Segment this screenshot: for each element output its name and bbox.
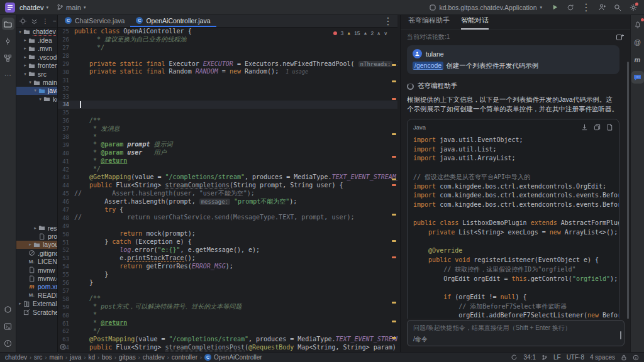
chevron-down-icon[interactable]: ▾ xyxy=(38,97,43,102)
chat-area[interactable]: tulane /gencode创建一个列表控件开发代码示例 苍穹编程助手 根据提… xyxy=(401,44,631,319)
tree-item-java[interactable]: ▾java xyxy=(16,87,57,95)
tree-item--mvn[interactable]: ▸.mvn xyxy=(16,45,57,53)
branch-selector[interactable]: main ▾ xyxy=(57,4,86,11)
tree-item--gitignore[interactable]: .gitignore xyxy=(16,249,57,257)
caret-position[interactable]: 34:1 xyxy=(523,354,535,361)
tree-item-layout[interactable]: ▸layout xyxy=(16,241,57,249)
editor-line-34[interactable]: 34 xyxy=(58,101,397,109)
rerun-button[interactable] xyxy=(565,2,576,13)
indent-style[interactable]: 4 spaces xyxy=(590,354,615,361)
editor-line-49[interactable]: 49 xyxy=(58,222,397,230)
maven-tool-icon[interactable]: m xyxy=(631,53,644,66)
insert-code-icon[interactable] xyxy=(581,124,588,131)
editor-line-35[interactable]: 35 xyxy=(58,109,397,117)
editor-line-28[interactable]: 28 xyxy=(58,52,397,60)
line-number[interactable]: 41 xyxy=(58,158,74,165)
new-file-icon[interactable] xyxy=(606,124,613,131)
editor-line-33[interactable]: 33 xyxy=(58,92,397,101)
line-number[interactable]: 34 xyxy=(58,101,74,107)
line-separator[interactable]: LF xyxy=(553,354,561,361)
breadcrumb-item[interactable]: main xyxy=(49,354,63,361)
structure-tool-icon[interactable] xyxy=(2,52,14,64)
tab-assistant-home[interactable]: 苍穹编程助手 xyxy=(408,16,450,30)
editor-line-57[interactable]: 57 xyxy=(58,287,397,295)
copy-code-icon[interactable] xyxy=(594,124,601,131)
editor-line-55[interactable]: 55 } xyxy=(58,271,397,279)
tree-item-main[interactable]: ▾main xyxy=(16,78,57,86)
ai-mentions-icon[interactable]: @ xyxy=(631,36,644,48)
error-stripe-mark[interactable] xyxy=(392,178,396,180)
search-icon[interactable] xyxy=(612,2,623,13)
editor-line-54[interactable]: 54 return getErrorRes(ERROR_MSG); xyxy=(58,263,397,271)
editor-line-60[interactable]: 60 * xyxy=(58,311,397,319)
line-number[interactable]: 45 xyxy=(58,190,74,197)
error-stripe[interactable] xyxy=(390,28,397,352)
build-tool-icon[interactable] xyxy=(2,303,14,315)
line-number[interactable]: 29 xyxy=(58,61,74,67)
editor-line-29[interactable]: 29 private static final Executor EXECUTO… xyxy=(58,60,397,69)
editor-line-64[interactable]: 64 public Flux<String> streamCompletions… xyxy=(58,344,397,352)
tab-list-menu-icon[interactable]: ⋮ xyxy=(379,15,397,27)
error-stripe-mark[interactable] xyxy=(392,64,396,66)
line-number[interactable]: 53 xyxy=(58,255,74,261)
chevron-down-icon[interactable]: ▾ xyxy=(23,72,28,77)
line-number[interactable]: 37 xyxy=(58,126,74,132)
line-number[interactable]: 59 xyxy=(58,304,74,310)
chevron-down-icon[interactable]: ▾ xyxy=(33,88,38,93)
chevron-down-icon[interactable]: ▾ xyxy=(28,80,33,85)
tree-item-resources[interactable]: ▸resources xyxy=(16,224,57,232)
prev-problem-icon[interactable]: ∧ xyxy=(377,31,380,36)
project-tool-icon[interactable] xyxy=(2,18,14,30)
chevron-down-icon[interactable]: ▾ xyxy=(18,30,23,35)
breadcrumb-item[interactable]: bos xyxy=(102,354,112,361)
tab-chatservice[interactable]: C ChatService.java xyxy=(59,15,130,27)
editor-line-51[interactable]: 51 } catch (Exception e) { xyxy=(58,238,397,246)
chevron-right-icon[interactable]: ▸ xyxy=(23,55,28,60)
info-icon[interactable] xyxy=(633,354,639,361)
line-number[interactable]: 27 xyxy=(58,45,74,51)
chevron-right-icon[interactable]: ▸ xyxy=(33,226,38,231)
file-encoding[interactable]: UTF-8 xyxy=(567,354,584,361)
line-number[interactable]: 38 xyxy=(58,134,74,140)
lock-icon[interactable] xyxy=(621,354,627,361)
tree-item-mvnw[interactable]: mvnw xyxy=(16,266,57,274)
line-number[interactable]: 33 xyxy=(58,94,74,100)
editor-line-56[interactable]: 56 } xyxy=(58,279,397,287)
line-number[interactable]: 25 xyxy=(58,28,74,35)
error-stripe-mark[interactable] xyxy=(392,302,396,304)
more-tools-icon[interactable]: ⋯ xyxy=(2,69,14,81)
line-number[interactable]: 50 xyxy=(58,231,74,238)
error-stripe-mark[interactable] xyxy=(392,80,396,82)
settings-icon[interactable] xyxy=(628,2,639,13)
breadcrumb-item[interactable]: OpenAiController xyxy=(214,354,262,361)
project-selector[interactable]: chatdev ▾ xyxy=(19,4,48,11)
line-number[interactable]: 44 xyxy=(58,182,74,189)
line-number[interactable]: 40 xyxy=(58,150,74,156)
editor-line-37[interactable]: 37 * 发消息 xyxy=(58,125,397,133)
line-number[interactable]: 31 xyxy=(58,77,74,84)
line-number[interactable]: 32 xyxy=(58,85,74,92)
line-number[interactable]: 49 xyxy=(58,223,74,229)
tree-item-properties[interactable]: properties xyxy=(16,232,57,240)
chevron-right-icon[interactable]: ▸ xyxy=(23,46,28,51)
generated-code[interactable]: import java.util.EventObject;import java… xyxy=(408,134,619,319)
line-number[interactable]: 55 xyxy=(58,272,74,278)
tree-item-src[interactable]: ▾src xyxy=(16,70,57,78)
problems-tool-icon[interactable] xyxy=(2,337,14,349)
editor-line-31[interactable]: 31 xyxy=(58,76,397,84)
input-scrollbar[interactable] xyxy=(620,331,622,339)
editor-line-36[interactable]: 36 /** xyxy=(58,117,397,125)
editor-line-48[interactable]: 48// return userChatService.send(Message… xyxy=(58,214,397,222)
error-stripe-mark[interactable] xyxy=(392,256,396,258)
editor-line-53[interactable]: 53 e.printStackTrace(); xyxy=(58,255,397,263)
error-stripe-mark[interactable] xyxy=(392,98,396,100)
notifications-icon[interactable] xyxy=(631,18,644,31)
editor-line-39[interactable]: 39 * @param prompt 提示词 xyxy=(58,141,397,149)
assistant-tool-icon[interactable] xyxy=(631,71,644,84)
error-stripe-mark[interactable] xyxy=(392,321,396,322)
line-number[interactable]: 54 xyxy=(58,263,74,270)
editor-line-62[interactable]: 62 */ xyxy=(58,327,397,336)
tree-item-scratches-and-consoles[interactable]: Scratches and Consoles xyxy=(16,308,57,316)
editor-line-46[interactable]: 46 Assert.hasLength(prompt, message: "pr… xyxy=(58,198,397,206)
line-number[interactable]: 36 xyxy=(58,118,74,124)
